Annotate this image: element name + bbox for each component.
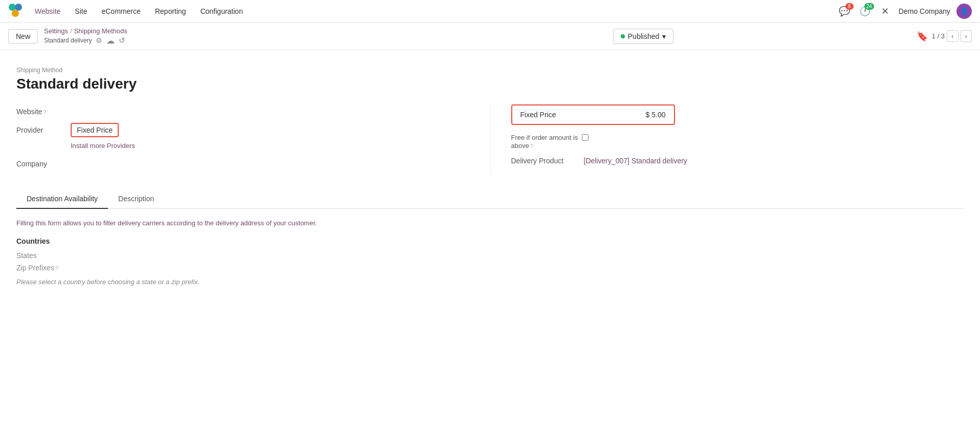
svg-point-0 bbox=[9, 4, 16, 11]
pagination-label: 1 / 3 bbox=[932, 32, 945, 40]
company-field-row: Company bbox=[16, 157, 470, 168]
delivery-product-link[interactable]: [Delivery_007] Standard delivery bbox=[584, 157, 687, 165]
free-if-label: Free if order amount is above? bbox=[511, 133, 578, 150]
refresh-icon[interactable]: ↺ bbox=[119, 36, 125, 45]
zip-prefixes-label: Zip Prefixes? bbox=[16, 264, 964, 272]
form-grid: Website? Provider Fixed Price Install mo… bbox=[16, 104, 964, 175]
top-menu: Website Site eCommerce Reporting Configu… bbox=[29, 3, 837, 19]
nav-website[interactable]: Website bbox=[29, 3, 67, 19]
provider-value: Fixed Price Install more Providers bbox=[71, 123, 470, 150]
pagination-next[interactable]: › bbox=[961, 30, 972, 42]
tab-destination-availability[interactable]: Destination Availability bbox=[16, 189, 108, 209]
nav-ecommerce[interactable]: eCommerce bbox=[95, 3, 146, 19]
clock-button[interactable]: 🕐 24 bbox=[858, 4, 872, 18]
breadcrumb-bar: New Settings / Shipping Methods Standard… bbox=[0, 23, 980, 50]
delivery-product-row: Delivery Product [Delivery_007] Standard… bbox=[511, 157, 964, 165]
breadcrumb: Settings / Shipping Methods bbox=[44, 27, 127, 35]
countries-label: Countries bbox=[16, 237, 964, 245]
nav-site[interactable]: Site bbox=[69, 3, 93, 19]
status-label: Published bbox=[628, 32, 660, 40]
price-label: Fixed Price bbox=[520, 111, 556, 119]
tab-note: Please select a country before choosing … bbox=[16, 278, 964, 286]
pagination-prev[interactable]: ‹ bbox=[947, 30, 958, 42]
wrench-icon: ✕ bbox=[881, 6, 889, 17]
install-providers-link[interactable]: Install more Providers bbox=[71, 142, 135, 150]
new-button[interactable]: New bbox=[8, 29, 38, 44]
website-label: Website? bbox=[16, 104, 62, 116]
messages-button[interactable]: 💬 6 bbox=[837, 4, 852, 18]
nav-right: 🔖 1 / 3 ‹ › bbox=[917, 30, 972, 42]
website-field-row: Website? bbox=[16, 104, 470, 116]
svg-point-2 bbox=[12, 10, 19, 17]
app-logo[interactable] bbox=[8, 3, 23, 19]
price-box: Fixed Price $ 5.00 bbox=[511, 104, 675, 125]
free-if-text: Free if order amount is above? bbox=[511, 134, 578, 150]
free-if-checkbox[interactable] bbox=[582, 134, 589, 141]
main-content: Shipping Method Standard delivery Websit… bbox=[0, 50, 980, 447]
company-name: Demo Company bbox=[899, 7, 950, 15]
tabs-header: Destination Availability Description bbox=[16, 189, 964, 209]
form-left: Website? Provider Fixed Price Install mo… bbox=[16, 104, 490, 175]
status-chevron-icon: ▾ bbox=[662, 32, 666, 40]
cloud-upload-icon[interactable]: ☁ bbox=[106, 36, 115, 46]
breadcrumb-settings[interactable]: Settings bbox=[44, 27, 68, 35]
tab-description[interactable]: Description bbox=[108, 189, 164, 209]
messages-badge: 6 bbox=[845, 3, 854, 10]
price-value[interactable]: $ 5.00 bbox=[646, 111, 666, 119]
section-label: Shipping Method bbox=[16, 67, 964, 74]
provider-label: Provider bbox=[16, 123, 62, 134]
gear-icon[interactable]: ⚙ bbox=[96, 36, 102, 45]
pagination: 1 / 3 ‹ › bbox=[932, 30, 972, 42]
record-name: Standard delivery bbox=[16, 76, 964, 92]
user-avatar[interactable]: 👤 bbox=[956, 4, 972, 19]
states-label: States bbox=[16, 251, 964, 260]
delivery-product-label: Delivery Product bbox=[511, 157, 578, 165]
wrench-button[interactable]: ✕ bbox=[878, 4, 892, 18]
breadcrumb-mid: Settings / Shipping Methods Standard del… bbox=[44, 27, 127, 46]
bookmark-icon[interactable]: 🔖 bbox=[917, 31, 928, 42]
website-help-icon[interactable]: ? bbox=[43, 109, 46, 115]
record-title: Standard delivery bbox=[44, 37, 92, 44]
nav-configuration[interactable]: Configuration bbox=[194, 3, 249, 19]
status-button[interactable]: Published ▾ bbox=[613, 29, 674, 44]
free-if-row: Free if order amount is above? bbox=[511, 133, 964, 150]
top-right-actions: 💬 6 🕐 24 ✕ Demo Company 👤 bbox=[837, 4, 972, 19]
nav-reporting[interactable]: Reporting bbox=[149, 3, 192, 19]
breadcrumb-sep-1: / bbox=[70, 27, 72, 35]
form-right: Fixed Price $ 5.00 Free if order amount … bbox=[490, 104, 964, 175]
company-label: Company bbox=[16, 157, 62, 168]
svg-point-1 bbox=[15, 4, 22, 11]
tab-hint: Filling this form allows you to filter d… bbox=[16, 219, 964, 227]
top-navigation: Website Site eCommerce Reporting Configu… bbox=[0, 0, 980, 23]
status-dot bbox=[621, 34, 625, 38]
provider-badge[interactable]: Fixed Price bbox=[71, 123, 119, 137]
avatar-initials: 👤 bbox=[960, 7, 968, 15]
free-if-help-icon[interactable]: ? bbox=[530, 143, 533, 149]
clock-badge: 24 bbox=[864, 3, 874, 10]
record-title-row: Standard delivery ⚙ ☁ ↺ bbox=[44, 36, 127, 46]
provider-field-row: Provider Fixed Price Install more Provid… bbox=[16, 123, 470, 150]
zip-help-icon[interactable]: ? bbox=[55, 265, 58, 271]
tab-content-destination: Filling this form allows you to filter d… bbox=[16, 209, 964, 296]
breadcrumb-shipping-methods[interactable]: Shipping Methods bbox=[74, 27, 127, 35]
tabs-section: Destination Availability Description Fil… bbox=[16, 189, 964, 296]
